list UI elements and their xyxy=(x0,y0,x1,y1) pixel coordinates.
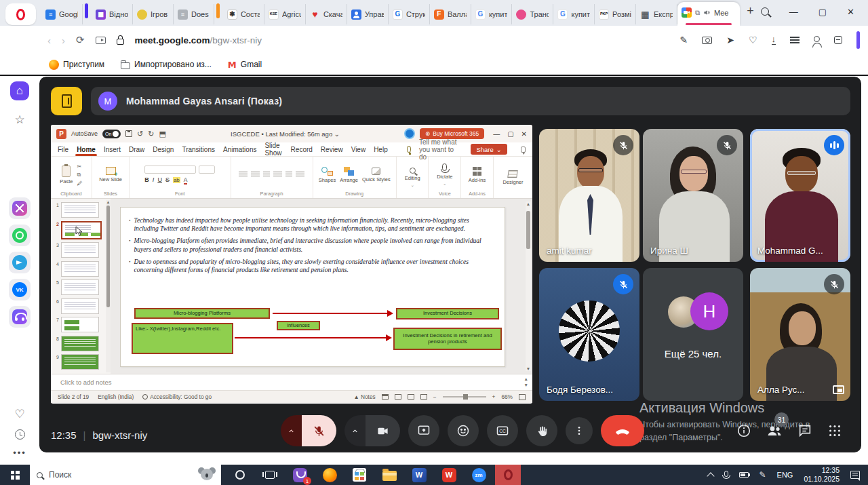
tile-amit-kumar[interactable]: amit kumar xyxy=(539,129,639,262)
home-speed-dial-icon[interactable]: ⌂ xyxy=(10,81,29,100)
menu-view[interactable]: View xyxy=(351,146,366,153)
slideshow-icon[interactable]: ⬒ xyxy=(159,130,165,138)
forward-icon[interactable]: › xyxy=(62,35,65,46)
italic-icon[interactable]: I xyxy=(153,176,155,183)
dictate-button[interactable]: Dictate⌄ xyxy=(437,163,452,187)
document-title[interactable]: ISGCEDE • Last Modified: 56m ago ⌄ xyxy=(171,130,399,138)
copy-icon[interactable]: ⧉ xyxy=(77,172,83,178)
redo-icon[interactable]: ↻ xyxy=(148,130,154,138)
menu-record[interactable]: Record xyxy=(291,146,313,153)
slide-thumb-6[interactable]: 6 xyxy=(53,298,104,314)
task-view-icon[interactable] xyxy=(262,467,278,483)
profile-icon[interactable] xyxy=(814,36,820,42)
bookmark-imported-folder[interactable]: Импортировано из... xyxy=(121,60,212,69)
history-icon[interactable] xyxy=(15,429,25,440)
edit-share-icon[interactable]: ✎ xyxy=(679,35,688,45)
menu-home[interactable]: Home xyxy=(77,146,96,153)
new-slide-button[interactable]: New Slide xyxy=(99,167,122,182)
current-slide[interactable]: •Technology has indeed impacted how peop… xyxy=(120,207,505,367)
shared-powerpoint-window[interactable]: P AutoSave On ↺ ↻ ⬒ ISGCEDE • Last Modif… xyxy=(51,125,532,404)
menu-draw[interactable]: Draw xyxy=(129,146,144,153)
tray-language[interactable]: ENG xyxy=(777,471,793,479)
cut-icon[interactable]: ✂ xyxy=(77,163,83,170)
pp-close-icon[interactable]: ✕ xyxy=(521,130,527,138)
action-center-icon[interactable] xyxy=(850,471,860,479)
favorite-heart-icon[interactable]: ♡ xyxy=(749,35,757,45)
sidebar-toggle-accent[interactable] xyxy=(856,31,860,49)
captions-button[interactable]: CC xyxy=(487,415,518,446)
settings-sliders-icon[interactable] xyxy=(790,37,800,43)
menu-file[interactable]: File xyxy=(58,146,68,153)
opera-menu-button[interactable] xyxy=(5,3,36,25)
vk-icon[interactable]: VK xyxy=(9,279,31,300)
tab-valla[interactable]: FВалла xyxy=(430,4,471,24)
bullets-icon[interactable] xyxy=(239,172,248,178)
secure-lock-icon[interactable] xyxy=(117,39,124,45)
tab-igrov[interactable]: Ігров xyxy=(133,4,174,24)
menu-review[interactable]: Review xyxy=(321,146,343,153)
tray-chevron-icon[interactable] xyxy=(708,471,713,479)
present-button[interactable] xyxy=(408,415,439,446)
download-icon[interactable]: ↓ xyxy=(772,35,776,45)
tab-struk[interactable]: GСтрук xyxy=(389,4,430,24)
tile-mohammad[interactable]: Mohammad G... xyxy=(750,129,850,262)
activities-button[interactable] xyxy=(827,423,842,438)
slide-thumb-7[interactable]: 7 xyxy=(53,317,104,332)
tray-clock[interactable]: 12:3501.10.2025 xyxy=(804,466,840,484)
slide-thumb-1[interactable]: 1 xyxy=(53,202,104,218)
zoom-slider[interactable] xyxy=(443,396,486,397)
reactions-button[interactable] xyxy=(448,415,479,446)
tray-battery-icon[interactable] xyxy=(739,472,749,478)
tab-search-icon[interactable] xyxy=(761,7,769,16)
tray-mic-icon[interactable] xyxy=(724,471,728,479)
paste-button[interactable]: Paste xyxy=(60,166,73,185)
tab-preview-icon[interactable] xyxy=(96,37,106,44)
tab-kse-agri[interactable]: KSEAgricu xyxy=(264,4,306,24)
slide-thumb-4[interactable]: 4 xyxy=(53,261,104,277)
slide-thumb-8[interactable]: 8 xyxy=(53,336,104,351)
normal-view-icon[interactable] xyxy=(382,394,389,400)
minimize-button[interactable]: — xyxy=(789,7,798,16)
share-button[interactable]: Share ⌄ xyxy=(471,144,507,155)
menu-animations[interactable]: Animations xyxy=(223,146,256,153)
editor-scrollbar[interactable]: ▲▼ xyxy=(526,201,531,371)
telegram-icon[interactable] xyxy=(9,252,31,273)
koala-search-highlight[interactable] xyxy=(198,467,216,482)
tab-kupit-1[interactable]: Gкупит xyxy=(471,4,513,24)
taskbar-search[interactable]: Поиск xyxy=(30,465,221,485)
url-field[interactable]: meet.google.com/bgw-xtsr-niy xyxy=(135,35,262,45)
raise-hand-button[interactable] xyxy=(526,415,557,446)
tile-irina[interactable]: Ирина Ш xyxy=(643,129,743,262)
liked-pages-icon[interactable]: ♡ xyxy=(14,407,24,421)
reload-icon[interactable]: ⟳ xyxy=(76,34,85,46)
shapes-button[interactable]: Shapes xyxy=(319,167,336,183)
mic-muted-icon[interactable] xyxy=(302,415,336,446)
player-icon[interactable] xyxy=(9,306,31,328)
aria-ai-icon[interactable] xyxy=(9,197,31,219)
info-button[interactable] xyxy=(736,423,751,438)
menu-design[interactable]: Design xyxy=(153,146,174,153)
snapshot-icon[interactable] xyxy=(702,37,712,44)
pp-minimize-icon[interactable]: — xyxy=(493,130,500,138)
wallet-icon[interactable] xyxy=(834,36,842,44)
comments-icon[interactable] xyxy=(521,147,526,153)
notes-pane[interactable]: Click to add notes ▲▼ xyxy=(51,374,532,390)
tab-kupit-2[interactable]: Gкупит xyxy=(553,4,595,24)
format-painter-icon[interactable]: 🖉 xyxy=(77,180,83,187)
menu-transitions[interactable]: Transitions xyxy=(182,146,215,153)
start-button[interactable] xyxy=(0,471,30,480)
slide-thumb-5[interactable]: 5 xyxy=(53,279,104,295)
accessibility-status[interactable]: Accessibility: Good to go xyxy=(150,393,212,400)
tab-does[interactable]: ≡Does xyxy=(174,4,214,24)
pip-icon[interactable] xyxy=(833,385,844,394)
underline-icon[interactable]: U xyxy=(157,176,162,183)
account-avatar[interactable] xyxy=(404,128,415,139)
slide-thumb-9[interactable]: 9 xyxy=(53,354,104,370)
save-icon[interactable] xyxy=(125,130,132,137)
slide-thumbnail-panel[interactable]: 1 2 3 4 5 6 7 8 9 ▲ xyxy=(51,199,111,374)
undo-icon[interactable]: ↺ xyxy=(137,130,143,138)
mic-button[interactable] xyxy=(281,415,336,446)
editing-button[interactable]: Editing⌄ xyxy=(405,168,420,188)
maximize-button[interactable]: ▢ xyxy=(818,7,827,16)
arrange-button[interactable]: Arrange xyxy=(340,167,358,183)
